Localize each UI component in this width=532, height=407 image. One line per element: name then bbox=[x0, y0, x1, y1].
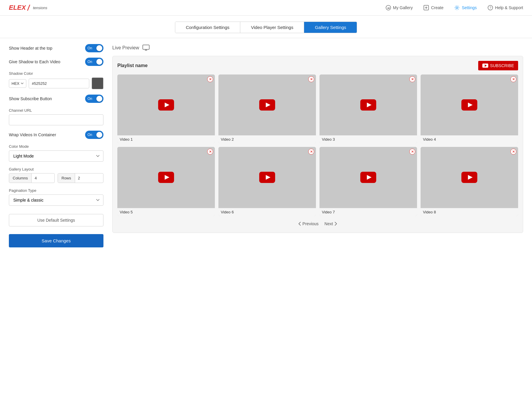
nav-my-gallery-label: My Gallery bbox=[393, 5, 413, 10]
show-subscribe-row: Show Subscribe Button On bbox=[9, 95, 103, 103]
rows-value[interactable]: 2 bbox=[75, 173, 83, 183]
nav-help[interactable]: ? Help & Support bbox=[487, 5, 523, 11]
video-label-2: Video 2 bbox=[218, 135, 316, 143]
svg-rect-8 bbox=[143, 45, 149, 49]
video-thumb-1: ✕ bbox=[117, 74, 215, 135]
show-subscribe-toggle[interactable]: On bbox=[85, 95, 103, 103]
wrap-videos-label: Wrap Videos In Container bbox=[9, 132, 56, 137]
show-header-toggle-on-label: On bbox=[87, 46, 92, 50]
wrap-videos-toggle-knob bbox=[96, 132, 102, 138]
wrap-videos-row: Wrap Videos In Container On bbox=[9, 131, 103, 139]
chevron-left-icon bbox=[298, 222, 301, 226]
wrap-videos-toggle[interactable]: On bbox=[85, 131, 103, 139]
channel-url-section: Channel URL bbox=[9, 108, 103, 125]
video-grid: ✕ Video 1 ✕ bbox=[117, 74, 518, 216]
hex-select[interactable]: HEX bbox=[9, 79, 26, 88]
wrap-videos-toggle-on-label: On bbox=[87, 133, 92, 137]
prev-label: Previous bbox=[302, 221, 318, 226]
show-header-toggle[interactable]: On bbox=[85, 44, 103, 52]
video-card-2[interactable]: ✕ Video 2 bbox=[218, 74, 316, 143]
playlist-name: Playlist name bbox=[117, 63, 147, 68]
video-card-4[interactable]: ✕ Video 4 bbox=[421, 74, 518, 143]
play-icon-3 bbox=[360, 99, 376, 111]
video-close-btn-7[interactable]: ✕ bbox=[409, 149, 415, 155]
hex-format-label: HEX bbox=[12, 81, 20, 86]
gallery-layout-label: Gallery Layout bbox=[9, 167, 103, 171]
shadow-color-section: Shadow Color HEX bbox=[9, 71, 103, 89]
video-card-1[interactable]: ✕ Video 1 bbox=[117, 74, 215, 143]
rows-field: Rows 2 bbox=[58, 173, 103, 183]
color-mode-section: Color Mode Light Mode Dark Mode bbox=[9, 144, 103, 162]
right-panel: Live Preview Playlist name SUBSCRIBE bbox=[112, 44, 523, 401]
video-card-5[interactable]: ✕ Video 5 bbox=[117, 147, 215, 216]
channel-url-input[interactable] bbox=[9, 114, 103, 125]
settings-icon bbox=[454, 5, 460, 11]
nav-settings-label: Settings bbox=[462, 5, 477, 10]
video-close-btn-3[interactable]: ✕ bbox=[409, 76, 415, 82]
video-thumb-2: ✕ bbox=[218, 74, 316, 135]
subscribe-button[interactable]: SUBSCRIBE bbox=[478, 61, 518, 70]
rows-label: Rows bbox=[58, 173, 75, 183]
show-header-label: Show Header at the top bbox=[9, 46, 52, 51]
video-close-btn-1[interactable]: ✕ bbox=[207, 76, 213, 82]
prev-button[interactable]: Previous bbox=[298, 221, 318, 226]
layout-row: Columns 4 Rows 2 bbox=[9, 173, 103, 183]
nav-my-gallery[interactable]: My Gallery bbox=[385, 5, 413, 11]
save-changes-button[interactable]: Save Changes bbox=[9, 234, 103, 247]
next-button[interactable]: Next bbox=[325, 221, 337, 226]
chevron-right-icon bbox=[334, 222, 337, 226]
svg-point-1 bbox=[386, 5, 391, 10]
video-label-4: Video 4 bbox=[421, 135, 518, 143]
monitor-icon bbox=[142, 44, 150, 52]
columns-label: Columns bbox=[9, 173, 32, 183]
video-close-btn-4[interactable]: ✕ bbox=[510, 76, 516, 82]
video-close-btn-8[interactable]: ✕ bbox=[510, 149, 516, 155]
preview-header: Playlist name SUBSCRIBE bbox=[117, 61, 518, 70]
give-shadow-toggle-on-label: On bbox=[87, 60, 92, 64]
nav-create-label: Create bbox=[431, 5, 443, 10]
color-mode-select[interactable]: Light Mode Dark Mode bbox=[9, 150, 103, 162]
video-thumb-8: ✕ bbox=[421, 147, 518, 208]
pagination-type-select[interactable]: Simple & classic Load More Infinite Scro… bbox=[9, 194, 103, 206]
video-label-3: Video 3 bbox=[319, 135, 417, 143]
subscribe-label: SUBSCRIBE bbox=[490, 63, 514, 68]
left-panel: Show Header at the top On Give Shadow to… bbox=[9, 44, 103, 401]
channel-url-label: Channel URL bbox=[9, 108, 103, 113]
give-shadow-toggle[interactable]: On bbox=[85, 58, 103, 66]
live-preview-header: Live Preview bbox=[112, 44, 523, 52]
video-close-btn-5[interactable]: ✕ bbox=[207, 149, 213, 155]
color-swatch[interactable] bbox=[92, 77, 103, 89]
video-card-7[interactable]: ✕ Video 7 bbox=[319, 147, 417, 216]
video-thumb-7: ✕ bbox=[319, 147, 417, 208]
play-icon-4 bbox=[461, 99, 477, 111]
play-icon-1 bbox=[158, 99, 174, 111]
nav-help-label: Help & Support bbox=[495, 5, 523, 10]
show-subscribe-label: Show Subscribe Button bbox=[9, 96, 52, 101]
live-preview-title: Live Preview bbox=[112, 45, 139, 51]
video-card-3[interactable]: ✕ Video 3 bbox=[319, 74, 417, 143]
video-card-8[interactable]: ✕ Video 8 bbox=[421, 147, 518, 216]
pagination-type-section: Pagination Type Simple & classic Load Mo… bbox=[9, 188, 103, 206]
columns-value[interactable]: 4 bbox=[32, 173, 40, 183]
nav-settings[interactable]: Settings bbox=[454, 5, 477, 11]
show-header-row: Show Header at the top On bbox=[9, 44, 103, 52]
tab-video-player[interactable]: Video Player Settings bbox=[240, 22, 304, 33]
nav-create[interactable]: Create bbox=[423, 5, 443, 11]
give-shadow-row: Give Shadow to Each Video On bbox=[9, 58, 103, 66]
default-settings-button[interactable]: Use Default Settings bbox=[9, 214, 103, 226]
video-label-6: Video 6 bbox=[218, 208, 316, 216]
video-close-btn-6[interactable]: ✕ bbox=[308, 149, 314, 155]
hex-value-input[interactable] bbox=[29, 79, 89, 88]
show-header-toggle-knob bbox=[96, 45, 102, 51]
video-label-5: Video 5 bbox=[117, 208, 215, 216]
tab-configuration[interactable]: Configuration Settings bbox=[175, 22, 241, 33]
play-icon-2 bbox=[259, 99, 275, 111]
play-icon-6 bbox=[259, 172, 275, 183]
tab-gallery[interactable]: Gallery Settings bbox=[304, 22, 357, 33]
pagination-row: Previous Next bbox=[117, 220, 518, 228]
video-close-btn-2[interactable]: ✕ bbox=[308, 76, 314, 82]
video-card-6[interactable]: ✕ Video 6 bbox=[218, 147, 316, 216]
give-shadow-label: Give Shadow to Each Video bbox=[9, 59, 60, 64]
video-label-1: Video 1 bbox=[117, 135, 215, 143]
tabs: Configuration Settings Video Player Sett… bbox=[175, 22, 357, 33]
